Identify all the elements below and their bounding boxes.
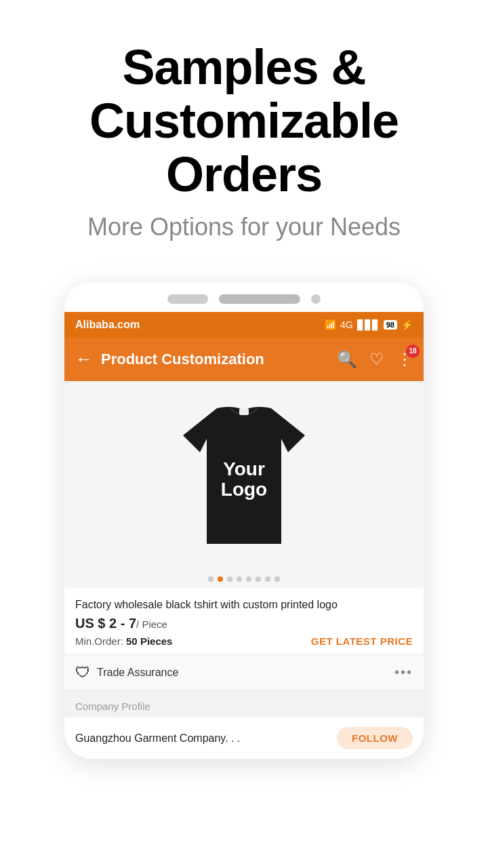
battery-indicator: 98 <box>384 320 397 330</box>
trade-assurance-bar: 🛡 Trade Assurance ••• <box>64 654 424 690</box>
price-unit: / Piece <box>136 618 167 630</box>
nav-bar: ← Product Customization 🔍 ♡ ⋮ 18 <box>64 338 424 381</box>
moq-label: Min.Order: <box>75 635 123 647</box>
phone-top-bar <box>64 282 424 312</box>
phone-dot-circle <box>311 294 321 304</box>
get-price-button[interactable]: GET LATEST PRICE <box>311 635 413 647</box>
phone-mockup: Alibaba.com 📶 4G ▊▊▊ 98 ⚡ ← Product Cust… <box>64 282 424 760</box>
company-row: Guangzhou Garment Company. . . FOLLOW <box>64 717 424 759</box>
image-pagination-dots <box>64 571 424 589</box>
back-button[interactable]: ← <box>75 349 93 370</box>
svg-rect-0 <box>239 408 249 415</box>
moq-value: 50 Pieces <box>126 635 172 647</box>
product-info: Factory wholesale black tshirt with cust… <box>64 589 424 654</box>
product-image-area: Your Logo <box>64 381 424 571</box>
status-bar: Alibaba.com 📶 4G ▊▊▊ 98 ⚡ <box>64 312 424 338</box>
status-domain: Alibaba.com <box>75 319 140 331</box>
charging-icon: ⚡ <box>401 319 413 330</box>
company-name: Guangzhou Garment Company. . . <box>75 732 240 745</box>
dot-0 <box>208 576 214 582</box>
moq-info: Min.Order: 50 Pieces <box>75 635 172 647</box>
trade-assurance-left: 🛡 Trade Assurance <box>75 664 178 682</box>
company-profile-label: Company Profile <box>75 701 413 712</box>
dot-3 <box>237 576 242 582</box>
header-title-line1: Samples & <box>122 40 365 94</box>
dot-7 <box>274 576 280 582</box>
price-range: 2 - 7 <box>109 616 136 631</box>
phone-pill-left <box>167 294 208 304</box>
notification-badge: 18 <box>406 344 420 358</box>
price-prefix: US $ <box>75 616 109 631</box>
header-subtitle: More Options for your Needs <box>27 213 461 241</box>
shield-icon: 🛡 <box>75 664 90 682</box>
follow-button[interactable]: FOLLOW <box>337 727 413 749</box>
tshirt-logo: Your Logo <box>221 459 267 501</box>
heart-icon[interactable]: ♡ <box>369 350 384 369</box>
header-title: Samples & Customizable Orders <box>27 41 461 202</box>
dot-1 <box>218 576 223 582</box>
nav-title: Product Customization <box>101 351 329 368</box>
wifi-icon: 📶 <box>325 319 336 330</box>
dot-5 <box>256 576 261 582</box>
tshirt-image: Your Logo <box>176 401 312 551</box>
status-icons: 📶 4G ▊▊▊ 98 ⚡ <box>325 319 413 330</box>
dot-2 <box>227 576 232 582</box>
trade-assurance-label: Trade Assurance <box>97 667 178 679</box>
product-price: US $ 2 - 7/ Piece <box>75 616 413 631</box>
more-icon[interactable]: ⋮ 18 <box>396 350 413 369</box>
dot-6 <box>265 576 270 582</box>
company-profile-section: Company Profile <box>64 690 424 717</box>
nav-action-icons: 🔍 ♡ ⋮ 18 <box>337 350 413 369</box>
signal-icon: ▊▊▊ <box>357 319 380 330</box>
header-title-line2: Customizable Orders <box>89 94 399 201</box>
search-icon[interactable]: 🔍 <box>337 350 357 369</box>
product-moq: Min.Order: 50 Pieces GET LATEST PRICE <box>75 635 413 647</box>
phone-pill-center <box>219 294 300 304</box>
trade-more-icon[interactable]: ••• <box>394 665 413 680</box>
dot-4 <box>246 576 251 582</box>
lte-icon: 4G <box>340 319 353 330</box>
product-title: Factory wholesale black tshirt with cust… <box>75 598 413 612</box>
header-section: Samples & Customizable Orders More Optio… <box>0 0 488 255</box>
